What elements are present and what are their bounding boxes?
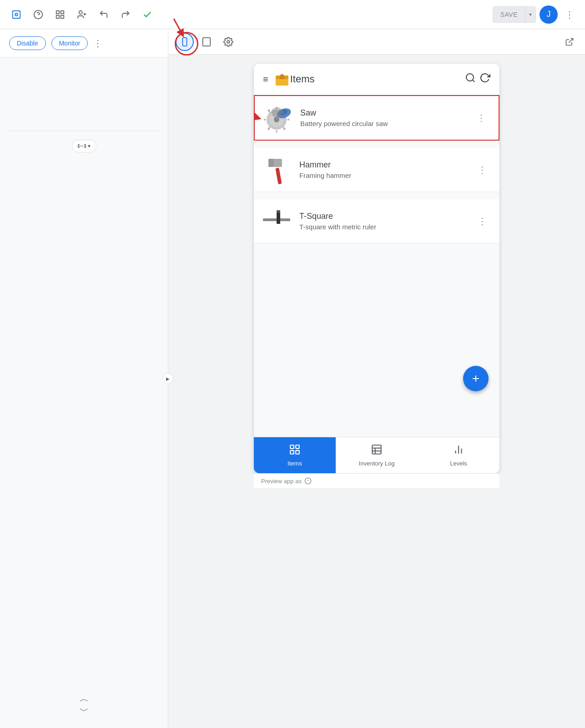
svg-marker-33 bbox=[287, 119, 289, 121]
app-header: ≡ Items bbox=[254, 64, 499, 95]
saw-image bbox=[264, 103, 293, 132]
saw-more-icon[interactable]: ⋮ bbox=[473, 109, 489, 127]
list-item[interactable]: Saw Battery powered circular saw ⋮ bbox=[254, 95, 499, 141]
red-arrow-item-annotation bbox=[254, 106, 261, 124]
svg-rect-4 bbox=[56, 10, 59, 13]
svg-marker-35 bbox=[283, 126, 286, 131]
preview-footer: Preview app as bbox=[254, 473, 499, 488]
collapse-panel-arrow[interactable]: ▶ bbox=[162, 373, 173, 384]
svg-rect-7 bbox=[61, 15, 64, 18]
undo-icon[interactable] bbox=[95, 5, 113, 24]
svg-marker-45 bbox=[277, 213, 280, 224]
svg-rect-48 bbox=[290, 450, 294, 454]
more-options-icon[interactable]: ⋮ bbox=[561, 5, 578, 24]
items-list: Saw Battery powered circular saw ⋮ bbox=[254, 95, 499, 340]
tab-items[interactable]: Items bbox=[254, 437, 336, 473]
hamburger-icon[interactable]: ≡ bbox=[263, 74, 268, 85]
svg-line-24 bbox=[473, 80, 474, 82]
main-layout: Disable Monitor ⋮ ▾ ︿﹀ ▶ bbox=[0, 29, 585, 728]
svg-point-23 bbox=[466, 74, 474, 81]
redo-icon[interactable] bbox=[116, 5, 135, 24]
monitor-button[interactable]: Monitor bbox=[51, 36, 88, 50]
preview-label-text: Preview app as bbox=[261, 478, 302, 485]
saw-text: Saw Battery powered circular saw bbox=[300, 108, 473, 127]
list-gap-2 bbox=[254, 192, 499, 199]
separator bbox=[7, 131, 161, 131]
add-person-icon[interactable] bbox=[73, 5, 91, 24]
hammer-image bbox=[263, 155, 292, 184]
save-button[interactable]: SAVE ▾ bbox=[493, 6, 536, 23]
svg-marker-34 bbox=[267, 109, 270, 113]
inventory-tab-label: Inventory Log bbox=[359, 460, 395, 467]
disable-button[interactable]: Disable bbox=[9, 36, 46, 50]
tsquare-description: T-square with metric ruler bbox=[299, 223, 474, 231]
svg-point-18 bbox=[227, 40, 230, 43]
svg-rect-47 bbox=[296, 445, 299, 449]
svg-point-8 bbox=[79, 10, 82, 14]
svg-rect-40 bbox=[275, 167, 282, 184]
left-panel-body: ▾ ︿﹀ bbox=[0, 58, 168, 728]
bottom-tabs: Items Inventory Log bbox=[254, 437, 499, 473]
tsquare-image bbox=[263, 207, 292, 236]
link-chip[interactable]: ▾ bbox=[72, 140, 96, 152]
hammer-more-icon[interactable]: ⋮ bbox=[474, 161, 490, 179]
preview-area: ≡ Items bbox=[168, 55, 585, 728]
app-icon bbox=[274, 71, 290, 87]
svg-rect-0 bbox=[13, 10, 20, 18]
top-toolbar: SAVE ▾ J ⋮ bbox=[0, 0, 585, 29]
app-title: Items bbox=[290, 73, 465, 85]
link-chip-area: ▾ bbox=[72, 140, 96, 152]
phone-frame: ≡ Items bbox=[254, 64, 499, 473]
svg-marker-37 bbox=[267, 126, 270, 131]
tsquare-text: T-Square T-square with metric ruler bbox=[299, 212, 474, 231]
hammer-name: Hammer bbox=[299, 160, 474, 170]
add-fab-button[interactable]: + bbox=[463, 366, 489, 391]
saw-name: Saw bbox=[300, 108, 473, 118]
save-dropdown-arrow[interactable]: ▾ bbox=[525, 11, 535, 18]
left-panel: Disable Monitor ⋮ ▾ ︿﹀ ▶ bbox=[0, 29, 168, 728]
search-icon[interactable] bbox=[465, 72, 476, 86]
levels-tab-icon bbox=[453, 444, 464, 458]
tab-inventory-log[interactable]: Inventory Log bbox=[336, 437, 418, 473]
svg-rect-46 bbox=[290, 445, 294, 449]
left-panel-more-icon[interactable]: ⋮ bbox=[93, 38, 102, 49]
svg-marker-31 bbox=[276, 130, 277, 132]
refresh-icon[interactable] bbox=[479, 72, 490, 86]
svg-rect-6 bbox=[56, 15, 59, 18]
svg-point-1 bbox=[15, 13, 18, 16]
check-icon bbox=[138, 5, 156, 24]
settings-icon[interactable] bbox=[219, 33, 237, 51]
bottom-chevron-icon[interactable]: ︿﹀ bbox=[80, 693, 89, 717]
list-item[interactable]: T-Square T-square with metric ruler ⋮ bbox=[254, 199, 499, 243]
second-toolbar bbox=[168, 29, 585, 55]
svg-rect-42 bbox=[268, 159, 274, 167]
tablet-preview-icon[interactable] bbox=[197, 33, 216, 51]
svg-rect-5 bbox=[61, 10, 64, 13]
help-icon[interactable] bbox=[29, 5, 47, 24]
grid-icon[interactable] bbox=[51, 5, 69, 24]
tab-levels[interactable]: Levels bbox=[418, 437, 499, 473]
svg-rect-22 bbox=[280, 76, 284, 79]
saw-description: Battery powered circular saw bbox=[300, 120, 473, 127]
right-area: ≡ Items bbox=[168, 29, 585, 728]
svg-line-19 bbox=[569, 38, 573, 42]
eye-icon[interactable] bbox=[7, 5, 25, 24]
preview-info-icon bbox=[304, 477, 312, 485]
svg-rect-50 bbox=[372, 445, 381, 454]
avatar[interactable]: J bbox=[540, 5, 558, 24]
tsquare-name: T-Square bbox=[299, 212, 474, 221]
levels-tab-label: Levels bbox=[450, 460, 467, 467]
svg-line-26 bbox=[254, 111, 257, 118]
left-panel-top: Disable Monitor ⋮ bbox=[0, 29, 168, 58]
list-item[interactable]: Hammer Framing hammer ⋮ bbox=[254, 148, 499, 192]
external-link-icon[interactable] bbox=[561, 34, 578, 50]
svg-marker-32 bbox=[264, 119, 267, 121]
svg-rect-49 bbox=[296, 450, 299, 454]
hammer-text: Hammer Framing hammer bbox=[299, 160, 474, 179]
mobile-preview-icon[interactable] bbox=[176, 33, 194, 51]
items-tab-icon bbox=[289, 444, 301, 458]
list-gap-1 bbox=[254, 141, 499, 148]
tsquare-more-icon[interactable]: ⋮ bbox=[474, 212, 490, 230]
inventory-tab-icon bbox=[371, 444, 383, 458]
items-tab-label: Items bbox=[287, 460, 302, 467]
